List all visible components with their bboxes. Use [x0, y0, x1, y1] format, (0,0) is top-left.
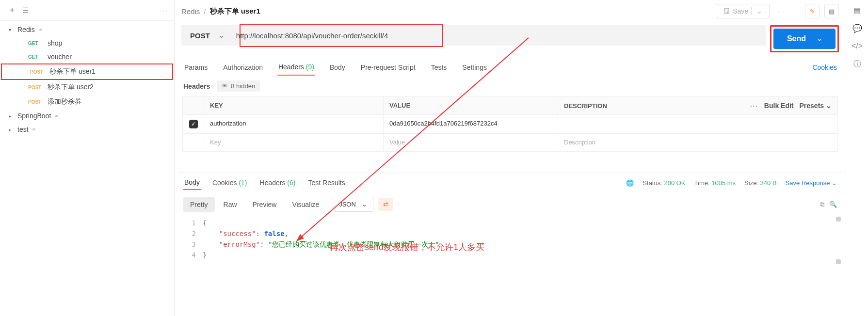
folder-test[interactable]: ▸ test ⚭ [0, 123, 174, 136]
code-icon[interactable]: </> [852, 42, 863, 50]
headers-title: Headers [183, 82, 210, 90]
view-visualize[interactable]: Visualize [285, 197, 326, 212]
chevron-down-icon[interactable]: ⌄ [811, 35, 822, 42]
request-label: 秒杀下单 user1 [49, 67, 96, 76]
tab-body[interactable]: Body [329, 60, 346, 75]
header-value-input[interactable]: Value [384, 134, 558, 151]
main-area: Redis / 秒杀下单 user1 🖫 Save ⌄ ··· ✎ ▤ POST… [175, 0, 846, 316]
column-description: DESCRIPTION [564, 102, 607, 110]
request-label: 添加秒杀券 [48, 97, 81, 106]
headers-subheader: Headers 👁 8 hidden [178, 76, 842, 96]
header-row-empty[interactable]: Key Value Description [183, 134, 837, 151]
column-options-icon[interactable]: ··· [750, 102, 758, 110]
request-tabs: Params Authorization Headers (9) Body Pr… [178, 57, 842, 76]
folder-label: test [17, 126, 29, 133]
sidebar: + ☰ ··· ▾ Redis ⚭ GET shop GET voucher P… [0, 0, 175, 316]
line-number: 4 [183, 250, 203, 260]
line-number: 2 [183, 228, 203, 239]
people-icon: ⚭ [38, 26, 43, 33]
chevron-right-icon: ▸ [9, 127, 16, 132]
request-header: Redis / 秒杀下单 user1 🖫 Save ⌄ ··· ✎ ▤ [178, 0, 842, 22]
more-options-icon[interactable]: ··· [160, 7, 168, 14]
comments-icon[interactable]: 💬 [852, 24, 862, 33]
method-badge: GET [28, 41, 44, 46]
breadcrumb-parent[interactable]: Redis [181, 7, 200, 16]
docs-icon[interactable]: ▤ [853, 6, 861, 15]
tab-settings[interactable]: Settings [461, 60, 488, 75]
column-value: VALUE [384, 97, 558, 114]
line-number: 3 [183, 239, 203, 250]
tab-headers[interactable]: Headers (9) [277, 59, 315, 76]
copy-icon[interactable]: ⧉ [820, 201, 824, 208]
response-tab-headers[interactable]: Headers (6) [259, 176, 297, 190]
annotation-text: 再次点击send发现报错，不允许1人多买 [330, 241, 484, 253]
header-key-input[interactable]: Key [204, 134, 384, 151]
view-raw[interactable]: Raw [217, 197, 244, 212]
header-desc-input[interactable]: Description [558, 134, 837, 151]
method-badge: POST [28, 99, 44, 105]
chevron-down-icon[interactable]: ⌄ [751, 7, 762, 15]
folder-springboot[interactable]: ▸ SpringBoot ⚭ [0, 109, 174, 123]
view-preview[interactable]: Preview [246, 197, 284, 212]
request-label: 秒杀下单 user2 [48, 83, 94, 92]
collection-tree: ▾ Redis ⚭ GET shop GET voucher POST 秒杀下单… [0, 21, 174, 138]
view-pretty[interactable]: Pretty [183, 197, 215, 212]
chevron-down-icon: ⌄ [362, 201, 367, 208]
presets-dropdown[interactable]: Presets ⌄ [800, 102, 832, 110]
breadcrumb: Redis / 秒杀下单 user1 [181, 7, 260, 16]
edit-icon[interactable]: ✎ [805, 4, 820, 18]
request-label: shop [48, 39, 62, 47]
request-item-add-coupon[interactable]: POST 添加秒杀券 [0, 95, 174, 109]
status-label: Status: 200 OK [643, 179, 685, 187]
tab-authorization[interactable]: Authorization [222, 60, 264, 75]
response-tab-tests[interactable]: Test Results [307, 176, 346, 190]
response-tabs: Body Cookies (1) Headers (6) Test Result… [178, 172, 842, 193]
response-tab-body[interactable]: Body [183, 175, 201, 190]
checkbox-checked[interactable]: ✓ [189, 120, 198, 128]
method-badge: POST [28, 85, 44, 90]
search-icon[interactable]: 🔍 [829, 201, 837, 208]
header-value[interactable]: 0da91650ca2b4fd1a706219f687232c4 [384, 115, 558, 133]
filter-icon[interactable]: ☰ [22, 6, 29, 14]
folder-label: Redis [17, 26, 35, 33]
cookies-link[interactable]: Cookies [812, 63, 837, 71]
more-actions-icon[interactable]: ··· [774, 8, 788, 15]
headers-table: KEY VALUE DESCRIPTION ··· Bulk Edit Pres… [182, 96, 838, 152]
sidebar-toolbar: + ☰ ··· [0, 0, 174, 21]
tab-tests[interactable]: Tests [430, 60, 448, 75]
wrap-icon[interactable]: ⇄ [378, 198, 393, 211]
json-response: 1{ 2 "success": false, 3 "errorMsg": "您已… [178, 216, 842, 265]
send-button[interactable]: Send ⌄ [773, 29, 836, 49]
request-item-shop[interactable]: GET shop [0, 36, 174, 50]
comment-icon[interactable]: ▤ [824, 4, 839, 18]
response-tab-cookies[interactable]: Cookies (1) [211, 176, 248, 190]
people-icon: ⚭ [32, 126, 36, 133]
request-item-seckill-user2[interactable]: POST 秒杀下单 user2 [0, 80, 174, 95]
hidden-toggle[interactable]: 👁 8 hidden [217, 80, 260, 92]
eye-icon: 👁 [222, 82, 228, 90]
header-key[interactable]: authorization [204, 115, 384, 133]
folder-label: SpringBoot [17, 112, 51, 120]
request-item-voucher[interactable]: GET voucher [0, 50, 174, 63]
tab-params[interactable]: Params [183, 60, 209, 75]
response-view-bar: Pretty Raw Preview Visualize JSON⌄ ⇄ ⧉ 🔍 [178, 193, 842, 216]
people-icon: ⚭ [54, 112, 59, 119]
globe-icon[interactable]: 🌐 [626, 179, 634, 187]
header-row[interactable]: ✓ authorization 0da91650ca2b4fd1a706219f… [183, 115, 837, 134]
method-badge: GET [28, 54, 44, 60]
method-select[interactable]: POST [181, 25, 229, 46]
bulk-edit-link[interactable]: Bulk Edit [764, 102, 794, 110]
breadcrumb-current: 秒杀下单 user1 [210, 7, 260, 16]
chevron-down-icon: ▾ [9, 27, 16, 32]
new-button[interactable]: + [6, 4, 18, 16]
tab-prerequest[interactable]: Pre-request Script [360, 60, 417, 75]
info-icon[interactable]: ⓘ [853, 59, 861, 69]
save-button[interactable]: 🖫 Save ⌄ [716, 4, 770, 18]
line-number: 1 [183, 218, 203, 228]
request-item-seckill-user1[interactable]: POST 秒杀下单 user1 [1, 63, 173, 80]
save-response-dropdown[interactable]: Save Response ⌄ [786, 179, 837, 187]
format-select[interactable]: JSON⌄ [333, 197, 373, 212]
save-icon: 🖫 [723, 7, 730, 15]
size-label: Size: 340 B [744, 179, 777, 187]
folder-redis[interactable]: ▾ Redis ⚭ [0, 23, 174, 36]
